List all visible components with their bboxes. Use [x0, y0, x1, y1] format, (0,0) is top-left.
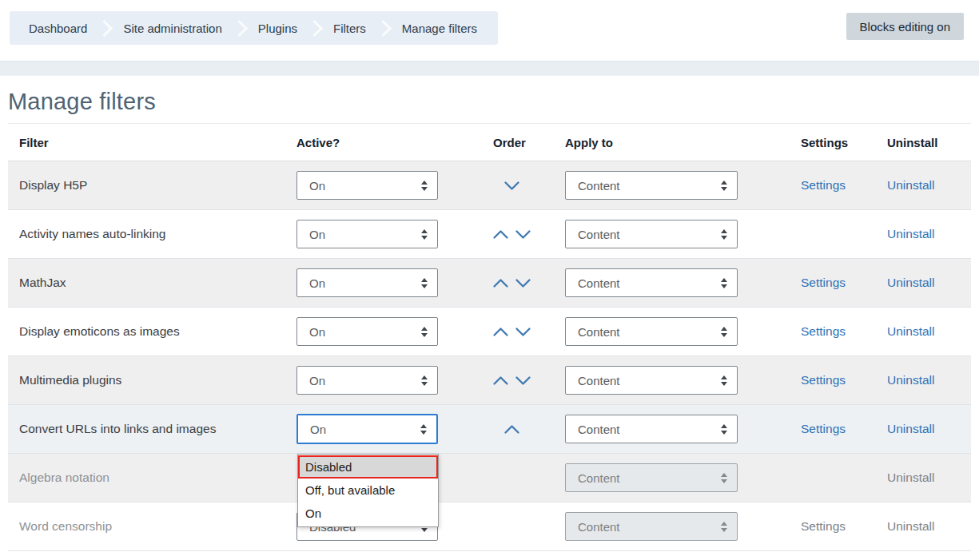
blocks-editing-button[interactable]: Blocks editing on: [846, 13, 964, 40]
table-row: Display H5POnContentSettingsUninstall: [8, 161, 971, 210]
settings-link[interactable]: Settings: [801, 422, 846, 436]
move-up-icon[interactable]: [492, 228, 509, 240]
select-caret-icon: [421, 278, 428, 288]
select-value: On: [309, 374, 325, 387]
select-caret-icon: [421, 327, 428, 337]
column-header-active: Active?: [296, 136, 485, 149]
column-header-settings: Settings: [801, 136, 887, 149]
section-divider: [0, 61, 979, 76]
select-caret-icon: [721, 327, 727, 337]
select-caret-icon: [721, 375, 727, 386]
page-title: Manage filters: [8, 89, 971, 115]
filter-name: Display emoticons as images: [8, 324, 180, 339]
select-caret-icon: [421, 181, 428, 191]
settings-link[interactable]: Settings: [801, 178, 846, 193]
select-value: On: [309, 228, 325, 241]
column-header-order: Order: [485, 136, 565, 149]
column-header-uninstall: Uninstall: [887, 136, 971, 149]
select-caret-icon: [721, 424, 727, 435]
table-row: Convert URLs into links and imagesOnCont…: [8, 405, 971, 454]
active-select[interactable]: On: [296, 366, 438, 395]
select-caret-icon: [421, 375, 428, 386]
active-select[interactable]: On: [296, 171, 438, 200]
uninstall-link: Uninstall: [887, 519, 934, 534]
active-dropdown-menu: DisabledOff, but availableOn: [297, 454, 439, 527]
settings-link[interactable]: Settings: [801, 276, 846, 290]
apply-to-select[interactable]: Content: [565, 220, 738, 248]
select-value: On: [309, 179, 325, 193]
filter-name: Display H5P: [8, 178, 87, 193]
breadcrumb-item[interactable]: Site administration: [123, 22, 221, 35]
select-value: Content: [578, 228, 620, 241]
select-value: Content: [578, 325, 620, 339]
move-up-icon[interactable]: [503, 423, 520, 435]
filter-name: Multimedia plugins: [8, 373, 121, 387]
table-row: Activity names auto-linkingOnContentUnin…: [8, 210, 971, 259]
apply-to-select[interactable]: Content: [565, 268, 738, 297]
column-header-filter: Filter: [8, 136, 296, 149]
move-down-icon[interactable]: [515, 277, 531, 289]
breadcrumb-item: Manage filters: [402, 22, 477, 35]
settings-link[interactable]: Settings: [801, 324, 846, 339]
move-down-icon[interactable]: [503, 180, 520, 192]
apply-to-select[interactable]: Content: [565, 366, 738, 395]
active-select[interactable]: On: [296, 317, 438, 346]
select-caret-icon: [420, 424, 427, 435]
apply-to-select[interactable]: Content: [565, 171, 738, 200]
select-caret-icon: [721, 181, 727, 191]
apply-to-select: Content: [565, 463, 738, 492]
select-value: On: [310, 423, 326, 436]
filter-name: Convert URLs into links and images: [8, 422, 216, 436]
active-select[interactable]: On: [296, 414, 438, 444]
filter-name: Algebra notation: [8, 471, 109, 485]
chevron-right-icon: [231, 19, 248, 36]
topbar: DashboardSite administrationPluginsFilte…: [0, 0, 979, 45]
select-value: Content: [578, 423, 620, 436]
select-value: Content: [578, 520, 620, 534]
move-down-icon[interactable]: [515, 228, 531, 240]
dropdown-option[interactable]: Off, but available: [298, 479, 438, 502]
chevron-right-icon: [96, 19, 113, 36]
apply-to-select[interactable]: Content: [565, 317, 738, 346]
chevron-right-icon: [375, 19, 392, 36]
settings-link[interactable]: Settings: [801, 373, 846, 387]
move-up-icon[interactable]: [492, 326, 509, 338]
filter-name: Word censorship: [8, 519, 112, 534]
select-value: Content: [578, 276, 620, 290]
select-value: On: [309, 276, 325, 290]
apply-to-select: Content: [565, 512, 738, 541]
table-header-row: Filter Active? Order Apply to Settings U…: [8, 123, 971, 161]
uninstall-link[interactable]: Uninstall: [887, 178, 934, 193]
select-value: Content: [578, 471, 620, 485]
uninstall-link[interactable]: Uninstall: [887, 373, 934, 387]
select-caret-icon: [721, 522, 727, 532]
dropdown-option[interactable]: On: [298, 502, 438, 525]
uninstall-link[interactable]: Uninstall: [887, 422, 934, 436]
uninstall-link[interactable]: Uninstall: [887, 324, 934, 339]
breadcrumb-item[interactable]: Filters: [333, 22, 366, 35]
breadcrumb-item[interactable]: Plugins: [258, 22, 297, 35]
select-value: On: [309, 325, 325, 339]
breadcrumb-item[interactable]: Dashboard: [29, 22, 87, 35]
uninstall-link[interactable]: Uninstall: [887, 276, 934, 290]
move-up-icon[interactable]: [492, 277, 509, 289]
uninstall-link[interactable]: Uninstall: [887, 227, 934, 241]
select-caret-icon: [421, 229, 428, 240]
move-up-icon[interactable]: [492, 375, 509, 387]
active-select[interactable]: On: [296, 268, 438, 297]
table-row: Display emoticons as imagesOnContentSett…: [8, 308, 971, 356]
dropdown-option[interactable]: Disabled: [298, 455, 438, 479]
settings-link: Settings: [801, 519, 846, 534]
select-value: Content: [578, 179, 620, 193]
active-select[interactable]: On: [296, 220, 438, 248]
table-body: Display H5POnContentSettingsUninstallAct…: [8, 161, 971, 551]
table-row: Multimedia pluginsOnContentSettingsUnins…: [8, 356, 971, 405]
apply-to-select[interactable]: Content: [565, 415, 738, 443]
filter-name: Activity names auto-linking: [8, 227, 166, 241]
select-caret-icon: [721, 473, 727, 483]
table-row: MathJaxOnContentSettingsUninstall: [8, 259, 971, 308]
column-header-apply-to: Apply to: [565, 136, 801, 149]
move-down-icon[interactable]: [515, 375, 531, 387]
move-down-icon[interactable]: [515, 326, 531, 338]
table-row: Algebra notationContentUninstall: [8, 454, 971, 502]
